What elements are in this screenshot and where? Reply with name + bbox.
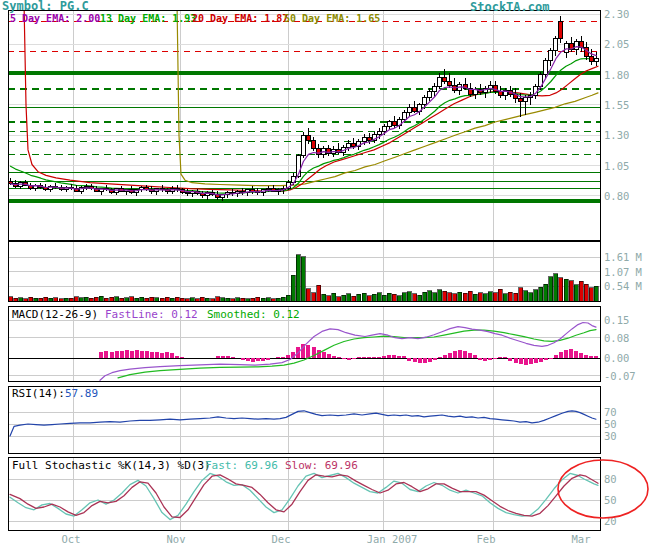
stoch-title-row: Full Stochastic %K(14,3) %D(3) Fast: 69.… bbox=[12, 460, 211, 472]
svg-text:Oct: Oct bbox=[62, 533, 81, 545]
svg-text:1.07 M: 1.07 M bbox=[604, 266, 642, 278]
svg-text:Feb: Feb bbox=[477, 533, 496, 545]
legend-ema20: 20 Day EMA: 1.87 bbox=[192, 13, 288, 25]
svg-text:80: 80 bbox=[604, 473, 617, 485]
svg-text:0.15: 0.15 bbox=[604, 314, 629, 326]
macd-smoothed-value: Smoothed: 0.12 bbox=[207, 309, 300, 321]
svg-text:0.00: 0.00 bbox=[604, 352, 629, 364]
svg-text:0.80: 0.80 bbox=[604, 190, 629, 202]
legend-ema13: 13 Day EMA: 1.93 bbox=[100, 13, 196, 25]
svg-text:2.30: 2.30 bbox=[604, 8, 629, 20]
svg-text:Mar: Mar bbox=[572, 533, 591, 545]
stoch-fast-value: Fast: 69.96 bbox=[205, 460, 278, 472]
svg-text:1.61 M: 1.61 M bbox=[604, 251, 642, 263]
stock-chart: 2.302.051.801.551.301.050.801.61 M1.07 M… bbox=[0, 0, 655, 546]
macd-title: MACD(12-26-9) bbox=[12, 308, 98, 321]
rsi-title: RSI(14): bbox=[12, 387, 65, 400]
svg-text:70: 70 bbox=[604, 406, 617, 418]
main-price-panel bbox=[8, 2, 600, 240]
stoch-title: Full Stochastic %K(14,3) %D(3) bbox=[12, 459, 211, 472]
svg-text:1.30: 1.30 bbox=[604, 129, 629, 141]
volume-panel bbox=[8, 241, 600, 301]
svg-text:-0.07: -0.07 bbox=[604, 370, 636, 382]
rsi-value: 57.89 bbox=[65, 387, 98, 400]
ema-lines bbox=[11, 2, 599, 193]
svg-text:1.80: 1.80 bbox=[604, 69, 629, 81]
svg-text:0.08: 0.08 bbox=[604, 332, 629, 344]
svg-text:Jan 2007: Jan 2007 bbox=[367, 533, 418, 545]
legend-ema5: 5 Day EMA: 2.00 bbox=[10, 13, 100, 25]
macd-fastline-value: FastLine: 0.12 bbox=[105, 309, 198, 321]
rsi-title-row: RSI(14):57.89 bbox=[12, 388, 98, 400]
svg-text:0.54 M: 0.54 M bbox=[604, 280, 642, 292]
svg-text:30: 30 bbox=[604, 430, 617, 442]
svg-text:1.55: 1.55 bbox=[604, 99, 629, 111]
macd-title-row: MACD(12-26-9) FastLine: 0.12 Smoothed: 0… bbox=[12, 309, 98, 321]
svg-text:50: 50 bbox=[604, 418, 617, 430]
svg-text:1.05: 1.05 bbox=[604, 160, 629, 172]
highlight-ellipse bbox=[558, 460, 648, 518]
stoch-slow-value: Slow: 69.96 bbox=[285, 460, 358, 472]
svg-text:2.05: 2.05 bbox=[604, 38, 629, 50]
svg-text:50: 50 bbox=[604, 494, 617, 506]
svg-text:Nov: Nov bbox=[167, 533, 186, 545]
symbol-label: Symbol: PG.C bbox=[2, 0, 89, 12]
svg-text:Dec: Dec bbox=[272, 533, 291, 545]
legend-ema50: 50 Day EMA: 1.65 bbox=[284, 13, 380, 25]
stockta-logo: StockTA.com bbox=[470, 1, 549, 13]
